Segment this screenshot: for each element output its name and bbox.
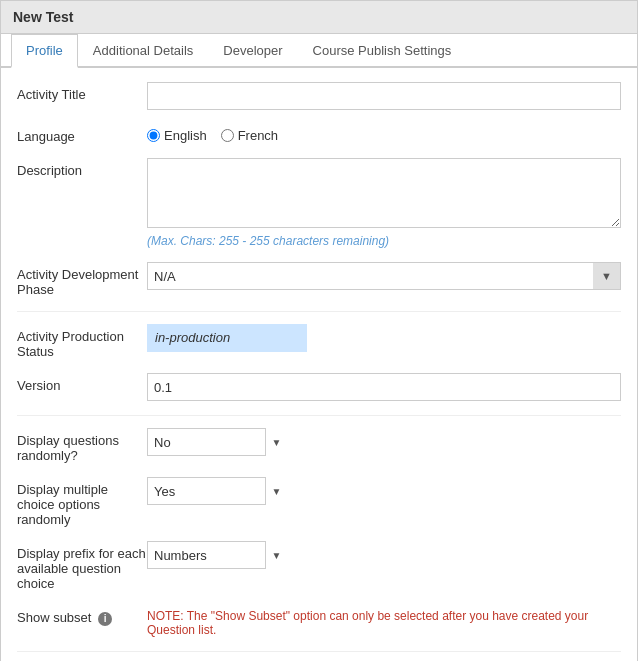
display-multiple-choice-label: Display multiple choice options randomly (17, 477, 147, 527)
version-field (147, 373, 621, 401)
form-content: Activity Title Language English French D… (1, 68, 637, 661)
display-prefix-row: Display prefix for each available questi… (17, 541, 621, 591)
version-row: Version (17, 373, 621, 401)
display-prefix-field: Numbers Letters None ▼ (147, 541, 621, 569)
activity-dev-phase-select-wrapper: N/A Draft Review Final ▼ (147, 262, 621, 290)
display-randomly-select-wrapper: No Yes ▼ (147, 428, 287, 456)
display-randomly-label: Display questions randomly? (17, 428, 147, 463)
language-label: Language (17, 124, 147, 144)
activity-dev-phase-row: Activity Development Phase N/A Draft Rev… (17, 262, 621, 297)
activity-title-row: Activity Title (17, 82, 621, 110)
window-title: New Test (1, 1, 637, 34)
display-prefix-label: Display prefix for each available questi… (17, 541, 147, 591)
display-randomly-select[interactable]: No Yes (147, 428, 287, 456)
display-randomly-row: Display questions randomly? No Yes ▼ (17, 428, 621, 463)
description-row: Description (Max. Chars: 255 - 255 chara… (17, 158, 621, 248)
tab-course-publish[interactable]: Course Publish Settings (298, 34, 467, 68)
display-multiple-choice-select-wrapper: Yes No ▼ (147, 477, 287, 505)
tab-additional-details[interactable]: Additional Details (78, 34, 208, 68)
activity-dev-phase-field: N/A Draft Review Final ▼ (147, 262, 621, 290)
char-hint: (Max. Chars: 255 - 255 characters remain… (147, 234, 621, 248)
activity-title-field (147, 82, 621, 110)
tab-profile[interactable]: Profile (11, 34, 78, 68)
info-icon[interactable]: i (98, 612, 112, 626)
description-textarea[interactable] (147, 158, 621, 228)
activity-title-input[interactable] (147, 82, 621, 110)
activity-prod-status-field: in-production (147, 324, 621, 352)
activity-prod-status-row: Activity Production Status in-production (17, 324, 621, 359)
show-subset-note: NOTE: The "Show Subset" option can only … (147, 605, 621, 637)
tab-bar: Profile Additional Details Developer Cou… (1, 34, 637, 68)
version-label: Version (17, 373, 147, 393)
language-row: Language English French (17, 124, 621, 144)
display-multiple-choice-row: Display multiple choice options randomly… (17, 477, 621, 527)
divider-1 (17, 311, 621, 312)
production-status-value: in-production (147, 324, 307, 352)
description-field: (Max. Chars: 255 - 255 characters remain… (147, 158, 621, 248)
divider-3 (17, 651, 621, 652)
version-input[interactable] (147, 373, 621, 401)
show-subset-label: Show subset i (17, 605, 147, 626)
display-multiple-choice-select[interactable]: Yes No (147, 477, 287, 505)
activity-title-label: Activity Title (17, 82, 147, 102)
display-prefix-select[interactable]: Numbers Letters None (147, 541, 287, 569)
display-prefix-select-wrapper: Numbers Letters None ▼ (147, 541, 287, 569)
display-multiple-choice-field: Yes No ▼ (147, 477, 621, 505)
divider-2 (17, 415, 621, 416)
main-window: New Test Profile Additional Details Deve… (0, 0, 638, 661)
show-subset-row: Show subset i NOTE: The "Show Subset" op… (17, 605, 621, 637)
language-english-radio[interactable] (147, 129, 160, 142)
language-french-option[interactable]: French (221, 128, 278, 143)
display-randomly-field: No Yes ▼ (147, 428, 621, 456)
language-french-radio[interactable] (221, 129, 234, 142)
activity-prod-status-label: Activity Production Status (17, 324, 147, 359)
language-english-option[interactable]: English (147, 128, 207, 143)
show-subset-field: NOTE: The "Show Subset" option can only … (147, 605, 621, 637)
language-field: English French (147, 124, 621, 143)
tab-developer[interactable]: Developer (208, 34, 297, 68)
activity-dev-phase-label: Activity Development Phase (17, 262, 147, 297)
description-label: Description (17, 158, 147, 178)
activity-dev-phase-select[interactable]: N/A Draft Review Final (147, 262, 621, 290)
